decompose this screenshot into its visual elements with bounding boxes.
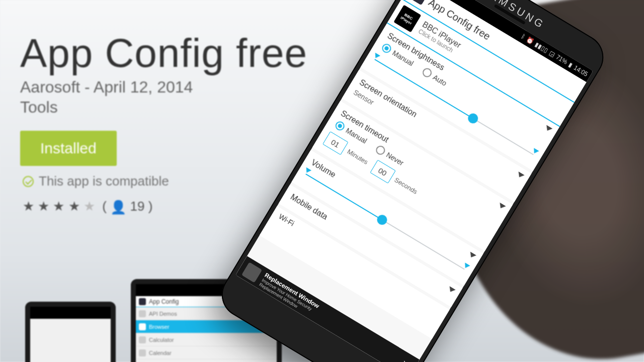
star-empty-icon: ★ (84, 199, 95, 214)
timeout-minutes-label: Minutes (346, 147, 370, 165)
ad-arrow-icon: ➤ (399, 357, 413, 362)
battery-icon: ▮ (568, 61, 574, 68)
thumb2-appbar-title: App Config (149, 298, 179, 305)
playstore-category: Tools (20, 98, 58, 117)
wifi-icon: ◲ (548, 50, 556, 58)
ad-thumbnail (242, 262, 262, 283)
rating-count: 19 (130, 199, 144, 214)
playstore-title: App Config free (20, 30, 307, 76)
timeout-minutes-input[interactable]: 01 (323, 131, 348, 155)
store-screenshot-1[interactable]: hanging Chrome's settings (25, 302, 116, 362)
star-icon: ★ ★ ★ ★ (23, 199, 84, 214)
compatibility-label: This app is compatible (39, 173, 169, 189)
timeout-seconds-label: Seconds (393, 176, 419, 196)
alarm-icon: ⏰ (525, 36, 535, 45)
svg-point-0 (413, 0, 425, 1)
playstore-rating: ★ ★ ★ ★ ★ ( 👤 19 ) (23, 199, 152, 215)
compatibility-text: This app is compatible (23, 173, 169, 189)
playstore-byline: Aarosoft - April 12, 2014 (20, 78, 193, 97)
app-icon[interactable] (409, 0, 429, 5)
install-button[interactable]: Installed (20, 131, 117, 166)
iplayer-icon: BBC iPlayer (393, 5, 421, 33)
check-icon (23, 176, 34, 187)
bluetooth-icon: ᛒ (520, 33, 526, 40)
timeout-seconds-input[interactable]: 00 (370, 159, 395, 183)
